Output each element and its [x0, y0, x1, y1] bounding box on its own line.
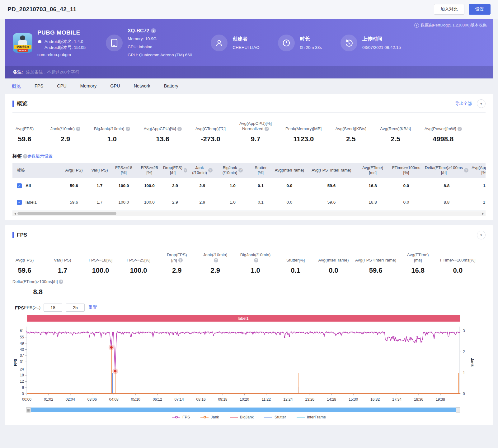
- help-icon[interactable]: ?: [464, 168, 468, 172]
- metric-label: Drop(FPS)[/h]: [167, 252, 187, 262]
- table-body: ✓All59.61.7100.0100.02.92.91.00.10.059.6…: [12, 178, 486, 211]
- collapse-overview-button[interactable]: ▼: [477, 99, 486, 108]
- scroll-right-icon[interactable]: ▶: [481, 211, 486, 216]
- help-icon[interactable]: ?: [254, 258, 258, 262]
- label1-band: label1: [27, 315, 460, 322]
- tab-CPU[interactable]: CPU: [57, 83, 67, 89]
- scroll-left-icon[interactable]: ◀: [12, 211, 17, 216]
- tab-Battery[interactable]: Battery: [164, 83, 178, 89]
- legend-fps[interactable]: FPS: [172, 415, 190, 419]
- fps-threshold-input-2[interactable]: [66, 304, 85, 312]
- android-icon: [37, 40, 42, 45]
- param-display-settings-link[interactable]: 参数显示设置: [27, 153, 53, 159]
- tab-GPU[interactable]: GPU: [110, 83, 120, 89]
- metric-value: 0.0: [329, 266, 338, 275]
- settings-button[interactable]: 设置: [469, 4, 491, 15]
- metric-value: 1.7: [58, 266, 68, 275]
- help-icon[interactable]: ?: [458, 127, 462, 131]
- svg-text:49: 49: [20, 341, 24, 346]
- column-header: Avg(FTime) [ms]: [356, 163, 389, 178]
- app-name: PUBG MOBILE: [37, 29, 86, 36]
- column-header: Avg(AppCPU) [%]?: [470, 163, 486, 178]
- metric-value: 1.0: [251, 266, 260, 275]
- collapse-fps-button[interactable]: ▼: [477, 231, 486, 239]
- metric-label: Avg(Power)[mW]: [425, 126, 456, 131]
- svg-text:55: 55: [20, 335, 24, 339]
- legend-jank[interactable]: Jank: [200, 415, 219, 419]
- upload-time-label: 上传时间: [362, 36, 401, 42]
- help-icon[interactable]: ?: [126, 127, 130, 131]
- help-icon[interactable]: ?: [177, 127, 182, 131]
- legend-interframe[interactable]: InterFrame: [297, 415, 326, 419]
- legend-swatch: [200, 417, 209, 417]
- fps-section-title: FPS: [12, 232, 27, 238]
- column-header: Drop(FPS) [/h]?: [162, 163, 188, 178]
- svg-text:19:38: 19:38: [436, 397, 445, 402]
- legend-swatch: [297, 417, 305, 417]
- tab-Memory[interactable]: Memory: [80, 83, 96, 89]
- legend-stutter[interactable]: Stutter: [264, 415, 286, 419]
- fps-threshold-input-1[interactable]: [44, 304, 62, 312]
- legend-label: InterFrame: [307, 415, 326, 419]
- svg-text:01:02: 01:02: [44, 397, 53, 402]
- app-package: com.rekoo.pubgm: [37, 52, 86, 57]
- metric-label: BigJank(/10min): [94, 126, 125, 131]
- help-icon[interactable]: ?: [59, 280, 63, 284]
- metric-label: Jank(/10min): [203, 252, 228, 257]
- legend-bigjank[interactable]: BigJank: [230, 415, 254, 419]
- labels-help-icon[interactable]: ?: [23, 154, 27, 158]
- reset-link[interactable]: 重置: [88, 305, 97, 310]
- table-cell: 0.1: [249, 178, 272, 194]
- table-cell: 59.6: [307, 194, 356, 210]
- help-icon[interactable]: ?: [265, 127, 269, 131]
- table-cell: 1.7: [89, 194, 110, 210]
- table-cell: 0.1: [249, 194, 272, 210]
- svg-text:17:34: 17:34: [392, 397, 402, 402]
- metric-value: 2.9: [210, 266, 220, 275]
- svg-text:10:20: 10:20: [240, 397, 249, 402]
- chart-range-scrollbar[interactable]: [27, 408, 460, 412]
- svg-text:05:10: 05:10: [131, 397, 140, 402]
- add-compare-button[interactable]: 加入对比: [434, 4, 464, 15]
- tab-FPS[interactable]: FPS: [35, 83, 43, 89]
- range-handle-right[interactable]: [456, 407, 460, 413]
- metric-value: 59.6: [18, 135, 31, 143]
- metric-label: BigJank(/10min): [240, 252, 271, 257]
- table-cell: 16.8: [356, 178, 389, 194]
- table-cell: 0.0: [272, 178, 307, 194]
- column-header: Stutter [%]: [249, 163, 272, 178]
- svg-text:37: 37: [20, 353, 24, 358]
- column-header: Avg(FPS): [59, 163, 89, 178]
- overview-card: 概览 导出全部 ▼ Avg(FPS)59.6Jank(/10min)?2.9Bi…: [5, 94, 493, 220]
- top-bar: PD_20210703_06_42_11 加入对比 设置: [0, 0, 498, 19]
- creator-block: 创建者 CHEHUI LIAO: [211, 35, 259, 51]
- help-icon[interactable]: ?: [184, 168, 187, 172]
- help-icon[interactable]: ?: [208, 168, 213, 172]
- legend-label: Jank: [211, 415, 219, 419]
- help-icon[interactable]: ?: [76, 127, 80, 131]
- help-icon[interactable]: ?: [238, 168, 243, 172]
- row-checkbox[interactable]: ✓: [17, 183, 22, 188]
- help-icon[interactable]: ?: [178, 258, 183, 262]
- row-checkbox[interactable]: ✓: [17, 200, 22, 205]
- metric-label: Avg(FTime)[ms]: [407, 252, 429, 262]
- note-input[interactable]: 备注: 添加备注，不超过200个字符: [5, 66, 493, 78]
- tab-概览[interactable]: 概览: [12, 83, 21, 89]
- table-cell: 100.0: [110, 178, 137, 194]
- range-handle-left[interactable]: [26, 407, 31, 413]
- table-cell: 100.0: [137, 178, 162, 194]
- device-info-icon[interactable]: i: [151, 28, 156, 33]
- metric-label: Avg(AppCPU)[%]: [144, 126, 176, 131]
- svg-text:3: 3: [463, 329, 465, 333]
- help-icon[interactable]: ?: [214, 258, 218, 262]
- scrollbar-thumb[interactable]: [17, 212, 116, 215]
- upload-time-block: 上传时间 03/07/2021 06:42:15: [341, 35, 401, 51]
- tab-Network[interactable]: Network: [134, 83, 150, 89]
- row-label: All: [26, 183, 31, 188]
- metric: BigJank(/10min)?1.0: [94, 126, 130, 143]
- svg-text:61: 61: [20, 329, 24, 333]
- export-all-link[interactable]: 导出全部: [455, 101, 472, 106]
- metric-value: 8.8: [33, 288, 43, 296]
- table-horizontal-scrollbar[interactable]: ◀ ▶: [12, 211, 486, 216]
- metric-label: Avg(FPS): [16, 126, 34, 131]
